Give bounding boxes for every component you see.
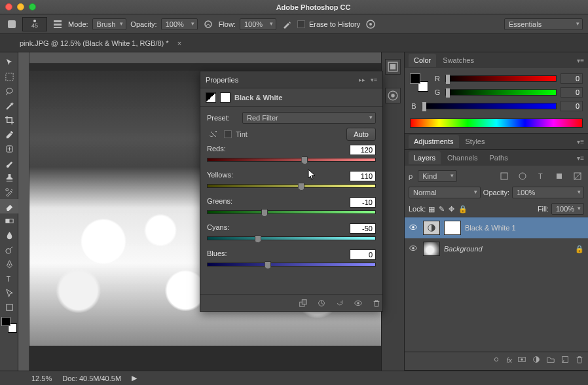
layer-fill-input[interactable]: 100% [551,203,584,215]
visibility-icon[interactable] [409,223,419,233]
fg-color-swatch[interactable] [410,73,420,84]
color-slider[interactable] [207,158,376,162]
path-select-tool[interactable] [0,285,18,300]
panel-menu-icon[interactable]: ▾≡ [371,77,377,83]
channel-slider[interactable] [422,103,557,109]
tint-checkbox[interactable] [224,130,232,138]
workspace-switcher[interactable]: Essentials [504,18,583,30]
preset-dropdown[interactable]: Red Filter [242,112,376,124]
history-panel-icon[interactable] [385,59,401,75]
foreground-background-swatch[interactable] [1,317,17,333]
visibility-icon[interactable] [409,244,419,254]
filter-adjust-icon[interactable] [516,170,529,183]
history-brush-tool[interactable] [0,185,18,199]
auto-button[interactable]: Auto [346,128,376,141]
blur-tool[interactable] [0,228,18,242]
lock-pixels-icon[interactable]: ✎ [439,205,445,213]
slider-value-input[interactable] [350,145,376,155]
layer-opacity-input[interactable]: 100% [512,187,584,198]
tab-close-icon[interactable]: × [177,39,181,47]
zoom-window-button[interactable] [29,3,36,10]
wand-tool[interactable] [0,98,18,113]
type-tool[interactable]: T [0,271,18,285]
color-spectrum[interactable] [410,119,583,128]
panel-menu-icon[interactable]: ▾≡ [577,138,584,145]
layer-thumb[interactable] [423,221,440,235]
slider-value-input[interactable] [350,171,376,181]
pressure-size-icon[interactable] [364,18,377,31]
trash-icon[interactable] [575,355,584,365]
doc-info[interactable]: Doc: 40.5M/40.5M [62,375,121,382]
tab-layers[interactable]: Layers [409,151,441,164]
layer-name[interactable]: Black & White 1 [465,224,584,232]
flow-input[interactable]: 100% [240,18,276,30]
document-tab[interactable]: pink.JPG @ 12.5% (Black & White 1, RGB/8… [20,39,181,47]
link-layers-icon[interactable] [492,355,501,365]
slider-value-input[interactable] [350,197,376,208]
tab-paths[interactable]: Paths [485,151,513,164]
stamp-tool[interactable] [0,170,18,185]
filter-shape-icon[interactable] [553,170,566,183]
channel-slider[interactable] [445,75,557,82]
tab-channels[interactable]: Channels [442,151,483,164]
crop-tool[interactable] [0,113,18,127]
close-window-button[interactable] [5,3,12,10]
color-slider[interactable] [207,263,376,266]
move-tool[interactable] [0,55,18,69]
layer-row[interactable]: Background 🔒 [405,238,588,259]
fx-icon[interactable]: fx [506,356,512,364]
shape-tool[interactable] [0,300,18,314]
lasso-tool[interactable] [0,84,18,98]
layer-filter-dropdown[interactable]: Kind [418,170,457,182]
airbrush-icon[interactable] [280,18,293,31]
trash-icon[interactable] [371,297,382,309]
new-layer-icon[interactable] [560,355,570,365]
channel-value-input[interactable] [560,73,583,84]
reset-icon[interactable] [334,297,346,309]
panel-menu-icon[interactable]: ▾≡ [577,155,584,162]
panel-menu-icon[interactable]: ▾≡ [577,57,584,64]
slider-value-input[interactable] [350,223,376,234]
mode-dropdown[interactable]: Brush [92,18,127,30]
color-slider[interactable] [207,236,376,240]
dodge-tool[interactable] [0,242,18,257]
lock-all-icon[interactable]: 🔒 [458,205,468,213]
character-panel-icon[interactable] [385,88,401,103]
pen-tool[interactable] [0,257,18,271]
slider-value-input[interactable] [350,249,376,260]
minimize-window-button[interactable] [17,3,24,10]
color-slider[interactable] [207,210,376,214]
brush-preset-picker[interactable]: 45 [22,17,47,31]
brush-tool[interactable] [0,156,18,170]
layer-name[interactable]: Background [444,245,571,253]
filter-smart-icon[interactable] [571,170,584,183]
marquee-tool[interactable] [0,69,18,84]
lock-transparent-icon[interactable]: ▦ [428,205,435,213]
ps-home-icon[interactable] [5,18,18,31]
pressure-opacity-icon[interactable] [202,18,215,31]
layer-thumb[interactable] [423,242,440,256]
layer-row[interactable]: Black & White 1 [405,217,588,238]
tab-styles[interactable]: Styles [460,135,490,148]
visibility-icon[interactable] [352,297,364,309]
blend-mode-dropdown[interactable]: Normal [409,187,481,198]
tab-adjustments[interactable]: Adjustments [409,135,459,148]
clip-to-layer-icon[interactable] [297,297,309,309]
adjustment-layer-icon[interactable] [532,355,541,365]
gradient-tool[interactable] [0,213,18,228]
targeted-adjust-icon[interactable] [207,128,220,141]
collapse-icon[interactable]: ▸▸ [359,77,365,83]
eraser-tool[interactable] [0,199,18,213]
view-previous-icon[interactable] [316,297,327,309]
mask-icon[interactable] [220,92,230,103]
brush-panel-icon[interactable] [51,18,64,31]
tab-color[interactable]: Color [409,54,436,67]
status-arrow-icon[interactable]: ▶ [132,374,137,382]
channel-value-input[interactable] [560,101,583,111]
channel-value-input[interactable] [560,87,583,98]
channel-slider[interactable] [445,89,557,96]
mask-icon[interactable] [517,355,526,365]
opacity-input[interactable]: 100% [161,18,198,30]
lock-position-icon[interactable]: ✥ [449,205,454,213]
layer-mask-thumb[interactable] [444,221,461,235]
